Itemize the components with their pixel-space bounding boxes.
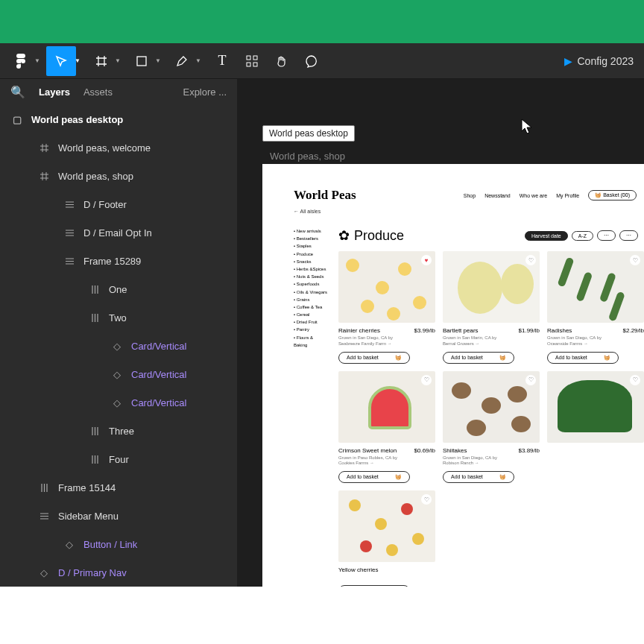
move-tool[interactable] bbox=[46, 46, 76, 76]
aisle-link[interactable]: • Pantry bbox=[294, 326, 328, 333]
product-card[interactable]: ♥Rainier cherries$3.99/lbGrown in San Di… bbox=[338, 251, 435, 364]
favorite-icon[interactable]: ♡ bbox=[421, 494, 432, 505]
layer-icon bbox=[37, 483, 51, 493]
add-to-basket-button[interactable]: Add to basket🧺 bbox=[443, 471, 514, 483]
text-tool[interactable]: T bbox=[207, 46, 237, 76]
favorite-icon[interactable]: ♡ bbox=[630, 255, 640, 265]
layer-row[interactable]: D / Email Opt In bbox=[0, 218, 237, 247]
layer-row[interactable]: D / Footer bbox=[0, 190, 237, 218]
pages-dropdown[interactable]: Explore ... bbox=[183, 86, 227, 98]
aisle-link[interactable]: • Nuts & Seeds bbox=[294, 273, 328, 280]
product-card[interactable]: ♡Radishes$2.29/lbGrown in San Diego, CA … bbox=[547, 251, 644, 364]
chevron-down-icon[interactable]: ▼ bbox=[75, 57, 82, 64]
add-to-basket-button[interactable]: Add to basket🧺 bbox=[338, 471, 410, 483]
layer-row[interactable]: ◇Button / Link bbox=[0, 530, 237, 558]
layer-row[interactable]: Three bbox=[0, 417, 237, 445]
aisle-link[interactable]: • Dried Fruit bbox=[294, 318, 328, 326]
svg-rect-1 bbox=[247, 56, 250, 60]
sort-chip[interactable]: ⋯ bbox=[597, 230, 616, 241]
aisle-link[interactable]: • Coffee & Tea bbox=[294, 303, 328, 311]
favorite-icon[interactable]: ♡ bbox=[525, 255, 536, 265]
chevron-down-icon[interactable]: ▼ bbox=[115, 57, 122, 64]
product-card[interactable]: ♡ bbox=[547, 371, 644, 484]
aisle-link[interactable]: • Produce bbox=[294, 250, 328, 258]
layer-row[interactable]: One bbox=[0, 275, 237, 303]
frame-tool[interactable] bbox=[86, 46, 116, 76]
chevron-down-icon[interactable]: ▼ bbox=[195, 57, 203, 64]
layer-row[interactable]: World peas, welcome bbox=[0, 133, 237, 162]
aisle-link[interactable]: • Cereal bbox=[294, 311, 328, 318]
product-name: Rainier cherries bbox=[338, 327, 380, 334]
resources-tool[interactable] bbox=[237, 46, 267, 76]
nav-link[interactable]: Newsstand bbox=[484, 193, 511, 198]
page-icon: ▢ bbox=[10, 114, 24, 125]
layer-row[interactable]: Frame 15144 bbox=[0, 473, 237, 502]
aisle-link[interactable]: • Oils & Vinegars bbox=[294, 288, 328, 296]
favorite-icon[interactable]: ♥ bbox=[421, 255, 432, 265]
product-price: $0.69/lb bbox=[414, 447, 435, 454]
sort-chip[interactable]: Harvest date bbox=[525, 231, 568, 241]
aisle-link[interactable]: • Staples bbox=[294, 242, 328, 250]
layer-row[interactable]: Frame 15289 bbox=[0, 247, 237, 275]
layer-row[interactable]: ◇D / Primary Nav bbox=[0, 558, 237, 587]
leaf-icon: ✿ bbox=[338, 227, 350, 244]
search-icon[interactable]: 🔍 bbox=[10, 85, 25, 99]
product-image: ♡ bbox=[443, 371, 540, 443]
aisle-link[interactable]: • Herbs &Spices bbox=[294, 265, 328, 273]
aisle-link[interactable]: • Bestsellers bbox=[294, 235, 328, 242]
layer-page-root[interactable]: ▢ World peas desktop bbox=[0, 105, 237, 133]
layer-label: Two bbox=[109, 312, 127, 323]
layer-row[interactable]: World peas, shop bbox=[0, 162, 237, 190]
add-to-basket-button[interactable]: Add to basket🧺 bbox=[547, 352, 619, 364]
figma-menu[interactable] bbox=[6, 46, 36, 76]
favorite-icon[interactable]: ♡ bbox=[421, 375, 432, 385]
layer-row[interactable]: ◇Card/Vertical bbox=[0, 332, 237, 360]
add-to-basket-button[interactable]: Add to basket🧺 bbox=[338, 352, 410, 364]
favorite-icon[interactable]: ♡ bbox=[525, 375, 536, 385]
aisle-link[interactable]: • Grains bbox=[294, 296, 328, 303]
layers-panel: 🔍 Layers Assets Explore ... ▢ World peas… bbox=[0, 79, 237, 587]
layer-icon bbox=[63, 257, 76, 265]
layer-label: D / Footer bbox=[83, 199, 127, 210]
chevron-down-icon[interactable]: ▼ bbox=[155, 57, 162, 64]
frame-label[interactable]: World peas desktop bbox=[262, 125, 355, 142]
pen-tool[interactable] bbox=[167, 46, 197, 76]
nav-link[interactable]: Shop bbox=[464, 193, 476, 198]
aisle-link[interactable]: • Snacks bbox=[294, 258, 328, 265]
product-card[interactable]: ♡Crimson Sweet melon$0.69/lbGrown in Pas… bbox=[338, 371, 435, 484]
sort-chip[interactable]: ⋯ bbox=[619, 230, 638, 241]
site-header: World Peas ShopNewsstandWho we areMy Pro… bbox=[294, 188, 644, 203]
favorite-icon[interactable]: ♡ bbox=[630, 375, 640, 385]
breadcrumb[interactable]: ← All aisles bbox=[294, 209, 644, 214]
nav-link[interactable]: Who we are bbox=[520, 193, 547, 198]
sort-chip[interactable]: A-Z bbox=[572, 231, 593, 241]
nav-link[interactable]: My Profile bbox=[556, 193, 579, 198]
aisle-link[interactable]: • Superfoods bbox=[294, 280, 328, 288]
site-logo[interactable]: World Peas bbox=[294, 188, 356, 203]
product-card[interactable]: ♡Bartlett pears$1.99/lbGrown in San Mari… bbox=[443, 251, 540, 364]
aisle-link[interactable]: • Flours & Baking bbox=[294, 334, 328, 349]
layer-row[interactable]: ◇Card/Vertical bbox=[0, 360, 237, 388]
tab-layers[interactable]: Layers bbox=[39, 86, 70, 98]
product-price: $3.89/lb bbox=[519, 447, 540, 454]
layer-row[interactable]: Two bbox=[0, 303, 237, 332]
add-to-basket-button[interactable]: Add to basket🧺 bbox=[443, 352, 514, 364]
svg-rect-0 bbox=[137, 57, 146, 66]
canvas[interactable]: World peas desktop World peas, shop Worl… bbox=[237, 79, 644, 587]
add-to-basket-button[interactable]: Add to basket🧺 bbox=[338, 585, 410, 587]
product-card[interactable]: ♡Yellow cherriesAdd to basket🧺 bbox=[338, 490, 435, 587]
comment-tool[interactable] bbox=[297, 46, 326, 76]
basket-button[interactable]: 🧺 Basket (00) bbox=[588, 190, 637, 201]
shape-tool[interactable] bbox=[127, 46, 157, 76]
file-name[interactable]: ▶ Config 2023 bbox=[564, 55, 634, 67]
chevron-down-icon[interactable]: ▼ bbox=[34, 57, 42, 64]
product-image: ♡ bbox=[338, 371, 435, 443]
layer-row[interactable]: ◇Card/Vertical bbox=[0, 388, 237, 417]
layer-row[interactable]: Four bbox=[0, 445, 237, 473]
layer-row[interactable]: Sidebar Menu bbox=[0, 502, 237, 530]
product-origin: Grown in San Diego, CA byRobison Ranch → bbox=[443, 455, 540, 467]
aisle-link[interactable]: • New arrivals bbox=[294, 227, 328, 235]
product-card[interactable]: ♡Shiitakes$3.89/lbGrown in San Diego, CA… bbox=[443, 371, 540, 484]
tab-assets[interactable]: Assets bbox=[83, 86, 113, 98]
hand-tool[interactable] bbox=[267, 46, 297, 76]
